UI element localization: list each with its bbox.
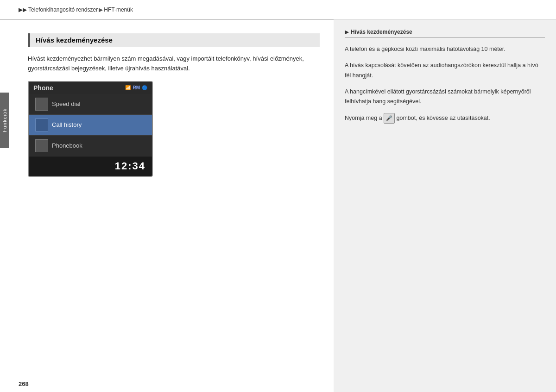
sidebar-tab: Funkciók — [0, 93, 9, 148]
breadcrumb-sep1: ▶ — [99, 6, 103, 13]
voice-button-icon: 🎤 — [384, 113, 395, 124]
body-text: Hívást kezdeményezhet bármilyen szám meg… — [28, 54, 320, 74]
right-panel-para-1: A telefon és a gépkocsi közti maximális … — [345, 44, 545, 54]
menu-item-call-history-label: Call history — [52, 121, 82, 128]
phone-header: Phone 📶 RM 🔵 — [29, 82, 152, 94]
page-number: 268 — [19, 380, 29, 387]
phone-screen: Phone 📶 RM 🔵 Speed dial Call history Pho… — [28, 81, 153, 177]
phone-header-icons: 📶 RM 🔵 — [125, 85, 147, 90]
right-panel-para-4: Nyomja meg a 🎤 gombot, és kövesse az uta… — [345, 113, 545, 124]
sidebar-tab-label: Funkciók — [2, 108, 7, 132]
right-panel-para-3: A hangcímkével ellátott gyorstárcsázási … — [345, 87, 545, 107]
breadcrumb-part2: HFT-menük — [104, 6, 133, 13]
main-content: Hívás kezdeményezése Hívást kezdeményezh… — [9, 19, 334, 378]
phone-menu-area: Speed dial Call history Phonebook — [29, 94, 152, 156]
section-heading-text: Hívás kezdeményezése — [36, 36, 113, 44]
phone-title: Phone — [33, 84, 53, 92]
right-panel-heading-text: Hívás kezdeményezése — [351, 29, 412, 35]
menu-item-call-history[interactable]: Call history — [29, 115, 152, 136]
menu-item-speed-dial-label: Speed dial — [52, 100, 80, 107]
breadcrumb: ▶▶ Telefonkihangosító rendszer ▶ HFT-men… — [0, 0, 556, 19]
right-panel-heading: ▶ Hívás kezdeményezése — [345, 29, 545, 38]
section-heading: Hívás kezdeményezése — [28, 33, 320, 47]
phone-time: 12:34 — [115, 160, 145, 172]
phone-footer: 12:34 — [29, 156, 152, 176]
breadcrumb-part1: ▶▶ Telefonkihangosító rendszer — [19, 6, 98, 13]
menu-item-phonebook-label: Phonebook — [52, 142, 82, 149]
menu-item-phonebook[interactable]: Phonebook — [29, 136, 152, 156]
right-panel: ▶ Hívás kezdeményezése A telefon és a gé… — [334, 19, 556, 392]
right-panel-para-2: A hívás kapcsolását követően az audiohan… — [345, 61, 545, 81]
menu-item-speed-dial[interactable]: Speed dial — [29, 94, 152, 115]
